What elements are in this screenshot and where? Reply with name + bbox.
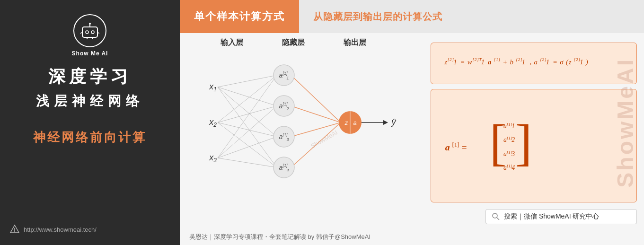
label-input-layer: 输入层 <box>203 38 260 48</box>
svg-text:z[2]1
             = 
        : z[2]1 = w[2]T1 a [1] + b [2]1 , a [2]1 =… <box>444 55 588 66</box>
svg-point-4 <box>89 23 91 25</box>
footer-caption: 吴恩达｜深度学习专项课程・全套笔记解读 by 韩信子@ShowMeAI <box>180 229 644 245</box>
label-hidden-layer: 隐藏层 <box>260 38 326 48</box>
svg-text:a[1]2: a[1]2 <box>503 136 515 143</box>
svg-text:ŷ: ŷ <box>391 117 397 127</box>
svg-point-55 <box>493 213 497 218</box>
logo-area: Show Me AI <box>72 14 108 57</box>
svg-rect-0 <box>82 27 97 37</box>
footer-url: http://www.showmeai.tech/ <box>24 226 97 233</box>
formula1-svg: z[2]1 = w[2]T1 a [1] + b [2]1 , a [2]1 =… <box>441 50 627 73</box>
svg-line-12 <box>218 75 277 87</box>
top-bar-highlight: 输出层 <box>363 11 393 22</box>
main-content: 输入层 隐藏层 输出层 <box>180 33 644 229</box>
svg-text:z: z <box>344 119 348 126</box>
svg-text:x3: x3 <box>209 153 217 164</box>
top-bar-orange: 单个样本计算方式 <box>180 0 299 33</box>
svg-marker-29 <box>383 120 388 125</box>
neural-network-diagram: x1 x2 x3 a[1]1 a[1]2 a[1]3 <box>189 52 416 193</box>
svg-line-56 <box>497 218 499 220</box>
svg-text:x1: x1 <box>209 82 217 93</box>
svg-line-20 <box>218 75 277 158</box>
svg-line-22 <box>218 137 277 158</box>
svg-line-13 <box>218 87 277 106</box>
svg-text:]: ] <box>515 114 532 171</box>
svg-text:a[1]1: a[1]1 <box>503 122 515 130</box>
title-main: 深度学习 <box>48 65 132 88</box>
svg-line-21 <box>218 106 277 158</box>
svg-text:a: a <box>353 119 356 126</box>
top-bar-suffix: 的计算公式 <box>393 11 442 22</box>
svg-line-18 <box>218 122 277 137</box>
logo-text: Show Me AI <box>72 50 108 57</box>
svg-text:a[1]3: a[1]3 <box>503 150 515 158</box>
svg-line-23 <box>218 158 277 167</box>
search-bar[interactable]: 搜索｜微信 ShowMeAI 研究中心 <box>485 209 637 224</box>
search-text: 搜索｜微信 ShowMeAI 研究中心 <box>504 212 599 221</box>
title-highlight: 神经网络前向计算 <box>33 129 147 146</box>
svg-line-17 <box>218 106 277 122</box>
formula-box-2: a [1] = [ a[1]1 a[1]2 a[1]3 <box>431 89 637 202</box>
svg-text:a
            [1]
            : a [1] = <box>445 138 467 152</box>
formula-box-1: z[2]1 = w[2]T1 a [1] + b [2]1 , a [2]1 =… <box>431 43 637 84</box>
right-panel: ShowMeAI 单个样本计算方式 从隐藏层到输出层的计算公式 输入层 隐藏层 … <box>180 0 644 245</box>
logo-icon <box>80 22 99 39</box>
search-icon <box>492 212 500 221</box>
svg-text:x2: x2 <box>209 117 217 128</box>
title-sub: 浅层神经网络 <box>36 92 144 110</box>
svg-point-2 <box>91 31 94 34</box>
label-output-layer: 输出层 <box>326 38 383 48</box>
top-bar-plain: 从隐藏层到 <box>313 11 363 22</box>
footer-text: 吴恩达｜深度学习专项课程・全套笔记解读 by 韩信子@ShowMeAI <box>189 233 371 241</box>
layer-labels: 输入层 隐藏层 输出层 <box>189 38 421 48</box>
formula2-svg: a [1] = [ a[1]1 a[1]2 a[1]3 <box>441 108 627 184</box>
svg-point-1 <box>86 31 88 34</box>
logo-circle <box>73 14 106 47</box>
top-bar-right: 从隐藏层到输出层的计算公式 <box>299 0 644 33</box>
link-icon <box>9 224 20 235</box>
footer-link[interactable]: http://www.showmeai.tech/ <box>9 224 97 235</box>
left-panel: Show Me AI 深度学习 浅层神经网络 神经网络前向计算 http://w… <box>0 0 180 245</box>
svg-point-11 <box>14 231 15 232</box>
svg-line-25 <box>291 106 341 122</box>
svg-line-24 <box>291 75 341 122</box>
diagram-area: 输入层 隐藏层 输出层 <box>180 38 426 229</box>
svg-text:a[1]4: a[1]4 <box>503 164 515 171</box>
svg-text:ShowMeAI: ShowMeAI <box>309 129 339 149</box>
top-bar-description: 从隐藏层到输出层的计算公式 <box>313 10 442 23</box>
formula-panel: z[2]1 = w[2]T1 a [1] + b [2]1 , a [2]1 =… <box>426 38 644 229</box>
top-bar-orange-text: 单个样本计算方式 <box>194 9 285 24</box>
top-bar: 单个样本计算方式 从隐藏层到输出层的计算公式 <box>180 0 644 33</box>
